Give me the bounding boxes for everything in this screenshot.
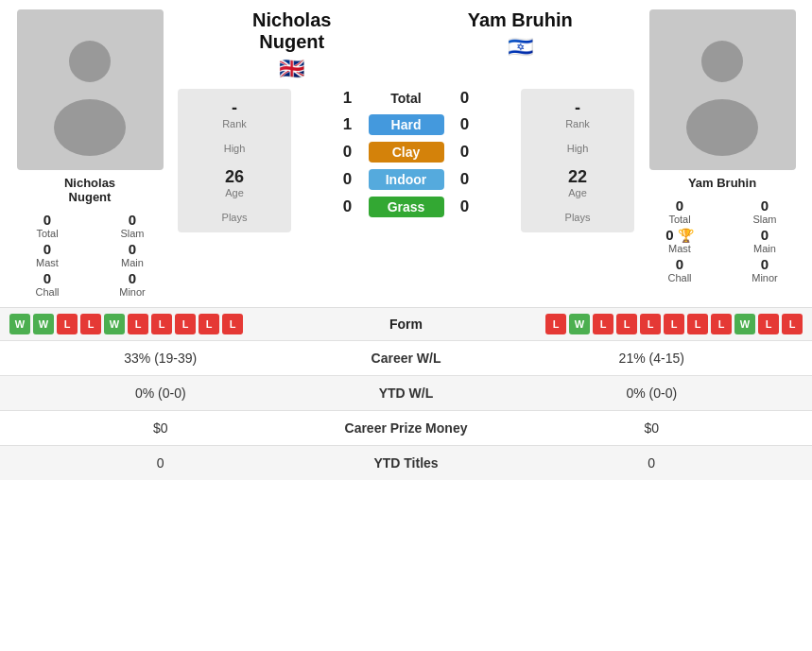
form-badge-l: L [80,314,101,334]
right-rank-val: - [575,98,580,118]
grass-left-score: 0 [337,197,359,216]
form-section: WWLLWLLLLL Form LWLLLLLLWLL [0,307,812,340]
stats-row: $0Career Prize Money$0 [0,410,812,445]
right-main-label: Main [753,243,776,254]
right-rank-lbl: Rank [565,118,590,129]
right-mast-cell: 0 🏆 Mast [642,227,717,254]
stat-center-3: YTD Titles [312,455,501,471]
right-high-item: High [567,143,589,154]
indoor-label: Indoor [369,169,444,190]
hard-right-score: 0 [454,115,476,134]
right-main-val: 0 [761,227,769,243]
stat-right-0: 21% (4-15) [501,351,803,366]
form-badge-l: L [640,314,661,334]
right-age-lbl: Age [568,187,587,198]
right-player-stats: 0 Total 0 Slam 0 🏆 Mast 0 Main [642,197,803,283]
form-badge-w: W [104,314,125,334]
form-badge-l: L [175,314,196,334]
stat-right-3: 0 [501,455,803,471]
left-minor-label: Minor [119,286,146,298]
indoor-left-score: 0 [337,170,359,189]
left-high-lbl: High [224,143,246,154]
right-chall-label: Chall [667,272,691,283]
form-badge-w: W [734,314,755,334]
right-form-badges: LWLLLLLLWLL [501,314,803,334]
right-big-name: Yam Bruhin [468,9,573,31]
scores-center: 1 Total 0 1 Hard 0 0 Clay 0 [297,89,515,217]
stat-right-2: $0 [501,420,803,436]
total-label: Total [369,91,444,106]
right-plays-lbl: Plays [565,212,591,223]
right-player-name: Yam Bruhin [688,176,756,190]
right-age-item: 22 Age [568,167,587,198]
form-badge-l: L [664,314,684,334]
left-mast-label: Mast [36,257,59,268]
trophy-icon: 🏆 [678,228,694,243]
main-container: Nicholas Nugent 0 Total 0 Slam 0 Mast [0,0,812,480]
stats-row: 33% (19-39)Career W/L21% (4-15) [0,340,812,375]
left-mast-val: 0 [43,241,51,257]
hard-score-line: 1 Hard 0 [297,114,515,135]
right-chall-cell: 0 Chall [642,256,717,283]
stat-center-2: Career Prize Money [312,420,501,436]
left-flag: 🇬🇧 [279,57,304,81]
left-form-badges: WWLLWLLLLL [9,314,312,334]
right-plays-item: Plays [565,212,591,223]
stat-right-1: 0% (0-0) [501,385,803,401]
scores-and-cards: - Rank High 26 Age Plays [178,89,634,232]
form-badge-l: L [57,314,78,334]
form-badge-l: L [593,314,613,334]
left-age-val: 26 [225,167,244,187]
center-block: Nicholas Nugent 🇬🇧 Yam Bruhin 🇮🇱 [178,9,634,232]
left-rank-val: - [232,98,237,118]
right-rank-item: - Rank [565,98,590,129]
left-main-label: Main [121,257,144,268]
right-name-area: Yam Bruhin 🇮🇱 [406,9,635,60]
right-mast-val: 0 [665,227,673,243]
grass-label: Grass [369,197,444,217]
hard-left-score: 1 [337,115,359,134]
form-badge-l: L [782,314,803,334]
stat-left-3: 0 [9,455,312,471]
right-total-cell: 0 Total [642,197,717,225]
left-main-val: 0 [129,241,136,257]
left-stat-card: - Rank High 26 Age Plays [178,89,291,232]
right-age-val: 22 [568,167,587,187]
left-chall-val: 0 [43,270,51,286]
svg-point-1 [54,99,126,156]
right-player-avatar [649,9,796,170]
left-big-name: Nicholas Nugent [252,9,331,53]
left-player-block: Nicholas Nugent 0 Total 0 Slam 0 Mast [9,9,170,298]
right-minor-val: 0 [761,256,769,272]
right-player-block: Yam Bruhin 0 Total 0 Slam 0 🏆 Mast [642,9,803,283]
form-badge-l: L [711,314,732,334]
left-plays-item: Plays [222,212,248,223]
left-rank-lbl: Rank [222,118,247,129]
clay-score-line: 0 Clay 0 [297,142,515,163]
left-total-val: 0 [43,212,51,228]
indoor-score-line: 0 Indoor 0 [297,169,515,190]
left-mast-cell: 0 Mast [9,241,85,268]
left-rank-item: - Rank [222,98,247,129]
form-badge-l: L [545,314,566,334]
grass-right-score: 0 [454,197,476,216]
left-high-item: High [224,143,246,154]
right-minor-cell: 0 Minor [727,256,803,283]
svg-point-0 [69,41,111,82]
right-slam-cell: 0 Slam [727,197,803,225]
stat-center-1: YTD W/L [312,385,501,401]
form-badge-w: W [9,314,30,334]
form-badge-l: L [758,314,779,334]
svg-point-3 [686,99,758,156]
stats-row: 0% (0-0)YTD W/L0% (0-0) [0,375,812,410]
indoor-right-score: 0 [454,170,476,189]
stats-row: 0YTD Titles0 [0,445,812,480]
top-row: Nicholas Nugent 0 Total 0 Slam 0 Mast [0,0,812,303]
right-minor-label: Minor [752,272,778,283]
right-main-cell: 0 Main [727,227,803,254]
clay-label: Clay [369,142,444,163]
right-high-lbl: High [567,143,589,154]
left-slam-val: 0 [129,212,136,228]
right-slam-val: 0 [761,197,769,214]
right-slam-label: Slam [752,214,776,225]
